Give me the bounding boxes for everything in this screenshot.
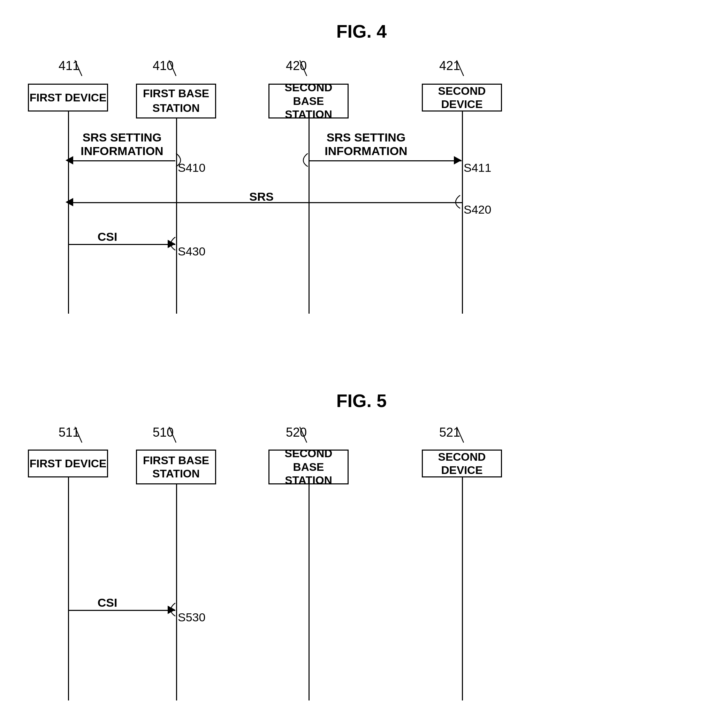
msg-S411-label: SRS SETTINGINFORMATION bbox=[321, 131, 411, 158]
tick-410 bbox=[159, 58, 179, 80]
arc-S530 bbox=[170, 603, 181, 617]
timeline-420 bbox=[308, 118, 309, 314]
entity-510: FIRST BASESTATION bbox=[136, 450, 216, 485]
msg-S420-label: SRS bbox=[244, 190, 279, 203]
msg-S530-label: CSI bbox=[86, 596, 128, 610]
step-S430: S430 bbox=[178, 245, 205, 258]
arrowhead-S411 bbox=[454, 156, 461, 165]
arrow-S430 bbox=[68, 244, 175, 245]
entity-520: SECOND BASESTATION bbox=[268, 450, 349, 485]
entity-511: FIRST DEVICE bbox=[28, 450, 108, 477]
step-S420: S420 bbox=[464, 203, 491, 216]
timeline-520 bbox=[308, 485, 309, 700]
tick-521 bbox=[446, 425, 467, 446]
timeline-511 bbox=[68, 477, 69, 700]
arrow-S410 bbox=[68, 160, 175, 161]
tick-421 bbox=[446, 58, 467, 80]
entity-420: SECOND BASESTATION bbox=[268, 84, 349, 118]
tick-510 bbox=[159, 425, 179, 446]
fig4-title: FIG. 4 bbox=[0, 21, 723, 42]
svg-line-3 bbox=[456, 60, 464, 76]
step-S411: S411 bbox=[464, 161, 491, 174]
arc-S411 bbox=[303, 153, 313, 167]
arrowhead-S420 bbox=[66, 198, 73, 206]
step-S530: S530 bbox=[178, 610, 205, 624]
msg-S410-label: SRS SETTINGINFORMATION bbox=[77, 131, 167, 158]
svg-line-2 bbox=[300, 60, 307, 76]
timeline-510 bbox=[176, 485, 177, 700]
entity-410: FIRST BASESTATION bbox=[136, 84, 216, 118]
timeline-411 bbox=[68, 112, 69, 314]
timeline-410 bbox=[176, 118, 177, 314]
tick-411 bbox=[64, 58, 86, 80]
tick-520 bbox=[293, 425, 314, 446]
arc-S410 bbox=[171, 153, 181, 167]
svg-line-4 bbox=[75, 427, 82, 443]
step-S410: S410 bbox=[178, 161, 205, 174]
svg-line-1 bbox=[169, 60, 176, 76]
page-container: FIG. 4 411 410 420 421 FIRST DEVICE FIRS… bbox=[0, 0, 723, 728]
fig5-title: FIG. 5 bbox=[0, 390, 723, 411]
svg-line-7 bbox=[456, 427, 464, 443]
timeline-421 bbox=[462, 112, 463, 314]
arrow-S411 bbox=[309, 160, 461, 161]
svg-line-6 bbox=[300, 427, 307, 443]
entity-421: SECOND DEVICE bbox=[422, 84, 502, 112]
arrowhead-S410 bbox=[66, 156, 73, 165]
svg-line-5 bbox=[169, 427, 176, 443]
entity-411: FIRST DEVICE bbox=[28, 84, 108, 112]
arrow-S420 bbox=[68, 202, 462, 203]
tick-511 bbox=[64, 425, 86, 446]
arc-S430 bbox=[170, 237, 181, 251]
svg-line-0 bbox=[75, 60, 82, 76]
arc-S420 bbox=[455, 195, 466, 209]
tick-420 bbox=[293, 58, 314, 80]
entity-521: SECOND DEVICE bbox=[422, 450, 502, 477]
msg-S430-label: CSI bbox=[86, 230, 128, 243]
arrow-S530 bbox=[68, 610, 175, 611]
timeline-521 bbox=[462, 477, 463, 700]
